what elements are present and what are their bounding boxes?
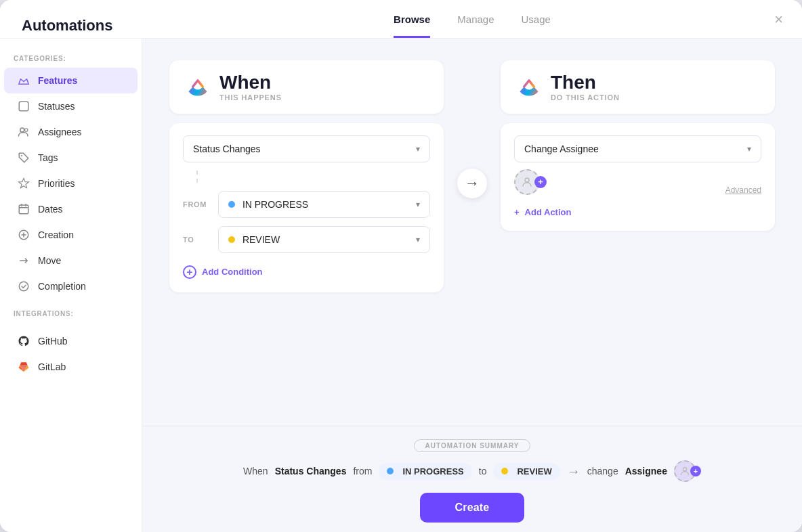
main-content-area: When THIS HAPPENS Status Changes ▾ (142, 39, 802, 532)
advanced-link[interactable]: Advanced (725, 185, 761, 195)
sidebar-item-label: GitLab (38, 361, 66, 372)
svg-marker-4 (19, 179, 29, 188)
tags-icon (18, 152, 30, 164)
assignee-placeholder-wrapper: + (514, 169, 547, 195)
chevron-down-icon: ▾ (416, 235, 420, 244)
from-row: FROM IN PROGRESS ▾ (183, 191, 430, 218)
svg-point-14 (683, 468, 686, 471)
action-select[interactable]: Change Assignee ▾ (514, 135, 761, 162)
from-label: FROM (183, 200, 210, 208)
in-progress-dot (228, 201, 235, 208)
tab-browse[interactable]: Browse (394, 14, 430, 38)
modal-header: Automations Browse Manage Usage × (0, 0, 802, 39)
integrations-label: INTEGRATIONS: (0, 310, 142, 323)
to-label: TO (183, 236, 210, 244)
sidebar-item-features[interactable]: Features (4, 68, 138, 93)
action-label: Change Assignee (524, 143, 599, 154)
when-subtitle: THIS HAPPENS (219, 93, 282, 102)
summary-status-changes: Status Changes (275, 466, 347, 476)
sidebar-item-move[interactable]: Move (4, 248, 138, 273)
sidebar-item-dates[interactable]: Dates (4, 196, 138, 222)
svg-rect-5 (19, 205, 28, 214)
then-subtitle: DO THIS ACTION (551, 93, 620, 102)
sidebar-item-label: Completion (38, 281, 86, 292)
plus-circle-icon: + (183, 265, 196, 279)
clickup-logo (186, 74, 210, 99)
sidebar-item-label: Assignees (38, 127, 82, 137)
svg-rect-0 (19, 102, 28, 111)
summary-review-badge: REVIEW (493, 463, 560, 480)
summary-change: change (587, 466, 618, 476)
arrow-circle: → (457, 169, 487, 198)
svg-point-3 (21, 155, 22, 156)
summary-bar: AUTOMATION SUMMARY When Status Changes f… (142, 426, 802, 532)
sidebar: CATEGORIES: Features Statuses (0, 39, 142, 532)
from-status-select[interactable]: IN PROGRESS ▾ (218, 191, 430, 218)
chevron-down-icon: ▾ (416, 200, 420, 209)
sidebar-item-statuses[interactable]: Statuses (4, 93, 138, 119)
modal-body: CATEGORIES: Features Statuses (0, 39, 802, 532)
then-header-card: Then DO THIS ACTION (501, 60, 775, 114)
statuses-icon (18, 100, 30, 112)
arrow-connector: → (457, 60, 487, 198)
sidebar-item-github[interactable]: GitHub (4, 328, 138, 354)
sidebar-item-label: Move (38, 255, 61, 266)
move-icon (18, 254, 30, 267)
sidebar-item-assignees[interactable]: Assignees (4, 119, 138, 145)
summary-in-progress-text: IN PROGRESS (402, 466, 463, 476)
close-button[interactable]: × (774, 12, 783, 27)
to-row: TO REVIEW ▾ (183, 226, 430, 253)
sidebar-item-priorities[interactable]: Priorities (4, 171, 138, 196)
then-body: Change Assignee ▾ (501, 123, 775, 231)
sidebar-item-completion[interactable]: Completion (4, 273, 138, 299)
clickup-logo-then (517, 74, 541, 99)
summary-from: from (353, 466, 372, 476)
chevron-down-icon: ▾ (416, 144, 420, 154)
sidebar-item-label: Features (38, 75, 77, 86)
create-button[interactable]: Create (420, 493, 525, 523)
add-action-button[interactable]: + Add Action (514, 203, 761, 219)
then-panel: Then DO THIS ACTION Change Assignee ▾ (501, 60, 775, 231)
chevron-down-icon: ▾ (747, 144, 751, 154)
summary-review-dot (501, 468, 508, 474)
to-status-select[interactable]: REVIEW ▾ (218, 226, 430, 253)
categories-label: CATEGORIES: (0, 55, 142, 68)
sidebar-item-label: Priorities (38, 178, 75, 189)
summary-arrow-icon: → (567, 464, 581, 479)
when-panel: When THIS HAPPENS Status Changes ▾ (169, 60, 444, 292)
dashed-connector (196, 171, 430, 183)
modal-tabs: Browse Manage Usage (164, 14, 780, 38)
svg-point-12 (19, 282, 28, 291)
tab-manage[interactable]: Manage (457, 14, 494, 38)
summary-in-progress-dot (387, 468, 394, 474)
summary-avatar-row: + (674, 460, 701, 482)
sidebar-item-label: Tags (38, 152, 58, 163)
automations-modal: Automations Browse Manage Usage × CATEGO… (0, 0, 802, 532)
sidebar-item-creation[interactable]: Creation (4, 222, 138, 248)
priorities-icon (18, 177, 30, 190)
then-body-inner: Change Assignee ▾ (514, 135, 761, 195)
sidebar-item-gitlab[interactable]: GitLab (4, 354, 138, 380)
sidebar-item-tags[interactable]: Tags (4, 145, 138, 171)
summary-to: to (479, 466, 487, 476)
summary-when: When (243, 466, 268, 476)
tab-usage[interactable]: Usage (522, 14, 551, 38)
plus-circle-icon: + (514, 207, 520, 217)
trigger-select[interactable]: Status Changes ▾ (183, 135, 430, 162)
then-title: Then (551, 72, 620, 93)
dates-icon (18, 203, 30, 215)
when-header-card: When THIS HAPPENS (169, 60, 444, 114)
when-body: Status Changes ▾ FROM IN PROGRESS (169, 123, 444, 292)
sidebar-item-label: GitHub (38, 336, 68, 347)
crown-icon (18, 74, 30, 87)
summary-assignee: Assignee (625, 466, 667, 476)
review-dot (228, 236, 235, 243)
summary-review-text: REVIEW (517, 466, 551, 476)
summary-in-progress-badge: IN PROGRESS (379, 463, 471, 480)
to-status-label: REVIEW (242, 234, 280, 245)
avatar-plus-icon: + (534, 176, 547, 188)
assignees-icon (18, 126, 30, 138)
assignee-row: + Advanced (514, 169, 761, 195)
summary-label: AUTOMATION SUMMARY (414, 439, 531, 452)
add-condition-button[interactable]: + Add Condition (183, 261, 430, 280)
